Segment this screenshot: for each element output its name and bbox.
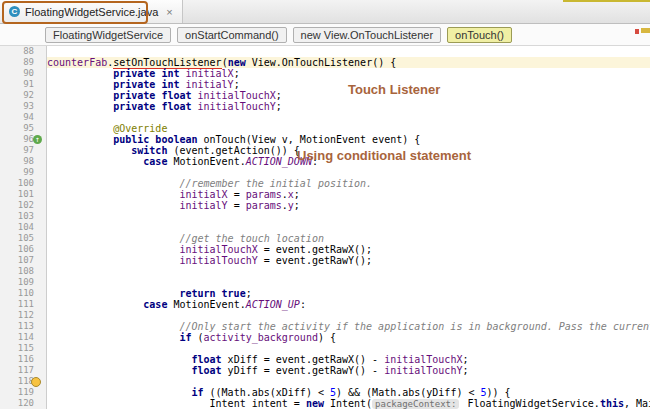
code-token: =	[228, 200, 246, 211]
code-line[interactable]: @Override	[47, 123, 650, 134]
line-number[interactable]: 91	[0, 79, 46, 90]
code-token: =	[228, 189, 246, 200]
line-number[interactable]: 88	[0, 46, 46, 57]
line-number[interactable]: 92	[0, 90, 46, 101]
code-token: new	[306, 398, 324, 409]
inspection-warning-mark[interactable]	[641, 28, 650, 33]
line-number[interactable]: 109	[0, 277, 46, 288]
line-number[interactable]: 116	[0, 354, 46, 365]
line-number[interactable]: 105	[0, 233, 46, 244]
code-token: initialX	[179, 189, 227, 200]
code-line[interactable]	[47, 211, 650, 222]
tab-floatingwidgetservice[interactable]: C FloatingWidgetService.java ×	[0, 0, 183, 23]
code-token: ;	[234, 79, 240, 90]
line-number[interactable]: 100	[0, 178, 46, 189]
code-line[interactable]: counterFab.setOnTouchListener(new View.O…	[47, 57, 650, 68]
code-line[interactable]	[47, 277, 650, 288]
code-line[interactable]	[47, 343, 650, 354]
code-token: :	[300, 299, 306, 310]
code-token: private float	[113, 101, 197, 112]
annotation-conditional: Using conditional statement	[297, 148, 471, 163]
line-number[interactable]: 101	[0, 189, 46, 200]
code-token: new	[228, 57, 246, 68]
code-line[interactable]: if ((Math.abs(xDiff) < 5) && (Math.abs(y…	[47, 387, 650, 398]
line-number[interactable]: 102	[0, 200, 46, 211]
line-number[interactable]: 112	[0, 310, 46, 321]
code-line[interactable]	[47, 266, 650, 277]
line-number[interactable]: 115	[0, 343, 46, 354]
code-token: yDiff = event.getRawY() -	[222, 365, 385, 376]
code-line[interactable]: private int initialX;	[47, 68, 650, 79]
line-number[interactable]: 99	[0, 167, 46, 178]
line-number[interactable]: 95	[0, 123, 46, 134]
line-number[interactable]: 104	[0, 222, 46, 233]
code-line[interactable]: initialTouchX = event.getRawX();	[47, 244, 650, 255]
code-token: private float	[113, 90, 197, 101]
code-line[interactable]: float yDiff = event.getRawY() - initialT…	[47, 365, 650, 376]
code-line[interactable]: //get the touch location	[47, 233, 650, 244]
code-token: onTouch(View v, MotionEvent event) {	[204, 134, 421, 145]
intention-bulb-icon[interactable]	[31, 377, 41, 387]
breadcrumb-item-3[interactable]: onTouch()	[447, 27, 512, 43]
code-line[interactable]: return true;	[47, 288, 650, 299]
inspection-error-mark[interactable]	[635, 29, 639, 34]
line-number[interactable]: 94	[0, 112, 46, 123]
line-number[interactable]: 120	[0, 398, 46, 409]
code-token: ;	[294, 189, 300, 200]
line-number[interactable]: 98	[0, 156, 46, 167]
tab-close-icon[interactable]: ×	[166, 6, 172, 18]
code-token: ACTION_UP	[246, 299, 300, 310]
annotation-touch-listener: Touch Listener	[348, 82, 440, 97]
code-token: MotionEvent.	[167, 156, 245, 167]
code-line[interactable]	[47, 167, 650, 178]
code-line[interactable]: initialY = params.y;	[47, 200, 650, 211]
line-number[interactable]: 106	[0, 244, 46, 255]
code-token: if	[179, 332, 191, 343]
line-number[interactable]: 117	[0, 365, 46, 376]
code-line[interactable]: initialTouchY = event.getRawY();	[47, 255, 650, 266]
code-editor[interactable]: 8889909192939495969798991001011021031041…	[0, 46, 650, 409]
line-number[interactable]: 93	[0, 101, 46, 112]
code-line[interactable]	[47, 46, 650, 57]
breadcrumb-item-1[interactable]: onStartCommand()	[177, 27, 287, 43]
code-pane[interactable]: counterFab.setOnTouchListener(new View.O…	[47, 46, 650, 409]
code-line[interactable]	[47, 222, 650, 233]
code-token: params	[246, 189, 282, 200]
ide-window: C FloatingWidgetService.java × FloatingW…	[0, 0, 650, 409]
code-line[interactable]: float xDiff = event.getRawX() - initialT…	[47, 354, 650, 365]
code-token: ;	[276, 101, 282, 112]
code-token: float	[191, 354, 221, 365]
line-number[interactable]: 89	[0, 57, 46, 68]
code-line[interactable]	[47, 310, 650, 321]
code-token: this	[600, 398, 624, 409]
code-token: if	[191, 387, 203, 398]
code-line[interactable]: private float initialTouchY;	[47, 101, 650, 112]
line-number[interactable]: 97	[0, 145, 46, 156]
line-number[interactable]: 107	[0, 255, 46, 266]
code-token: ;	[276, 90, 282, 101]
code-token: initialTouchY	[384, 365, 462, 376]
breadcrumb-item-2[interactable]: new View.OnTouchListener	[293, 27, 442, 43]
code-token: ) {	[318, 332, 336, 343]
override-icon[interactable]: ↑	[33, 135, 42, 144]
code-line[interactable]: if (activity_background) {	[47, 332, 650, 343]
code-line[interactable]: //Only start the activity if the applica…	[47, 321, 650, 332]
code-line[interactable]	[47, 112, 650, 123]
code-line[interactable]: initialX = params.x;	[47, 189, 650, 200]
code-token: FloatingWidgetService.	[461, 398, 599, 409]
line-number[interactable]: 119	[0, 387, 46, 398]
line-number[interactable]: 90	[0, 68, 46, 79]
breadcrumb-item-0[interactable]: FloatingWidgetService	[45, 27, 171, 43]
code-line[interactable]: //remember the initial position.	[47, 178, 650, 189]
editor-gutter[interactable]: 8889909192939495969798991001011021031041…	[0, 46, 47, 409]
code-line[interactable]	[47, 376, 650, 387]
code-line[interactable]: public boolean onTouch(View v, MotionEve…	[47, 134, 650, 145]
line-number[interactable]: 114	[0, 332, 46, 343]
line-number[interactable]: 108	[0, 266, 46, 277]
line-number[interactable]: 111	[0, 299, 46, 310]
code-line[interactable]: case MotionEvent.ACTION_UP:	[47, 299, 650, 310]
line-number[interactable]: 113	[0, 321, 46, 332]
code-line[interactable]: Intent intent = new Intent(packageContex…	[47, 398, 650, 409]
line-number[interactable]: 110	[0, 288, 46, 299]
line-number[interactable]: 103	[0, 211, 46, 222]
